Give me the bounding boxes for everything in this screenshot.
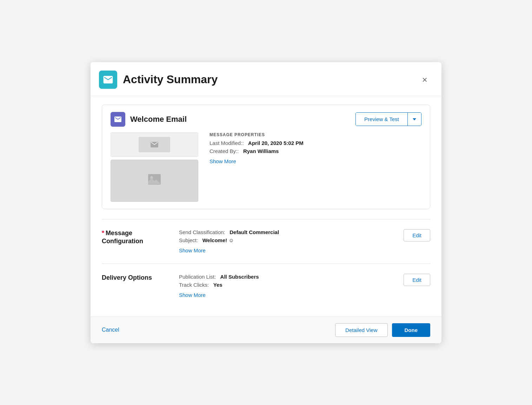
- send-classification-key: Send Classification:: [179, 229, 225, 235]
- delivery-options-show-more[interactable]: Show More: [179, 292, 206, 298]
- preview-test-button[interactable]: Preview & Test: [356, 113, 407, 126]
- created-by-row: Created By:: Ryan Williams: [210, 148, 421, 154]
- image-placeholder-icon: [148, 174, 161, 187]
- modal-title: Activity Summary: [123, 73, 218, 86]
- modal-body: Welcome Email Preview & Test: [91, 96, 441, 317]
- email-name: Welcome Email: [130, 115, 187, 124]
- email-envelope-icon: [111, 112, 125, 127]
- detailed-view-button[interactable]: Detailed View: [335, 323, 387, 337]
- message-properties-show-more[interactable]: Show More: [210, 158, 236, 164]
- message-configuration-label-area: *Message Configuration: [102, 229, 172, 246]
- thumb-top-inner: [139, 137, 170, 152]
- created-by-value: Ryan Williams: [243, 148, 279, 154]
- delivery-options-label-area: Delivery Options: [102, 274, 172, 282]
- message-configuration-section: *Message Configuration Send Classificati…: [102, 219, 430, 264]
- activity-summary-icon: [99, 71, 117, 89]
- subject-value: Welcome! ☺: [202, 237, 234, 243]
- subject-key: Subject:: [179, 237, 198, 243]
- message-configuration-show-more[interactable]: Show More: [179, 247, 206, 253]
- done-button[interactable]: Done: [392, 323, 431, 337]
- email-content: MESSAGE PROPERTIES Last Modified:: April…: [111, 132, 421, 202]
- close-button[interactable]: ×: [419, 74, 430, 86]
- email-card: Welcome Email Preview & Test: [102, 105, 430, 209]
- subject-row: Subject: Welcome! ☺: [179, 237, 388, 243]
- last-modified-value: April 20, 2020 5:02 PM: [248, 140, 304, 146]
- track-clicks-value: Yes: [213, 282, 222, 288]
- message-properties-label: MESSAGE PROPERTIES: [210, 132, 421, 137]
- delivery-options-edit-button[interactable]: Edit: [404, 274, 430, 286]
- email-title-row: Welcome Email: [111, 112, 187, 127]
- delivery-options-label: Delivery Options: [102, 274, 172, 282]
- footer-right-buttons: Detailed View Done: [335, 323, 430, 337]
- email-card-header: Welcome Email Preview & Test: [111, 112, 421, 127]
- publication-list-key: Publication List:: [179, 274, 216, 280]
- publication-list-value: All Subscribers: [220, 274, 259, 280]
- send-classification-row: Send Classification: Default Commercial: [179, 229, 388, 235]
- track-clicks-key: Track Clicks:: [179, 282, 209, 288]
- modal-footer: Cancel Detailed View Done: [91, 317, 441, 343]
- last-modified-row: Last Modified:: April 20, 2020 5:02 PM: [210, 140, 421, 146]
- message-configuration-details: Send Classification: Default Commercial …: [172, 229, 395, 254]
- send-classification-value: Default Commercial: [230, 229, 279, 235]
- header-left: Activity Summary: [99, 71, 218, 89]
- delivery-options-details: Publication List: All Subscribers Track …: [172, 274, 395, 298]
- message-configuration-edit-button[interactable]: Edit: [404, 229, 430, 241]
- message-configuration-label: *Message Configuration: [102, 229, 172, 246]
- required-asterisk: *: [102, 230, 104, 237]
- activity-summary-modal: Activity Summary × Welcome Email Preview…: [91, 62, 441, 343]
- cancel-button[interactable]: Cancel: [102, 327, 119, 333]
- modal-header: Activity Summary ×: [91, 62, 441, 96]
- preview-test-dropdown-button[interactable]: [407, 113, 421, 126]
- publication-list-row: Publication List: All Subscribers: [179, 274, 388, 280]
- delivery-options-edit-area: Edit: [395, 274, 430, 286]
- track-clicks-row: Track Clicks: Yes: [179, 282, 388, 288]
- preview-test-button-group: Preview & Test: [355, 112, 421, 126]
- created-by-key: Created By::: [210, 148, 239, 154]
- email-properties: MESSAGE PROPERTIES Last Modified:: April…: [210, 132, 421, 202]
- email-thumbnail: [111, 132, 198, 202]
- thumb-top: [111, 132, 198, 157]
- message-configuration-edit-area: Edit: [395, 229, 430, 241]
- delivery-options-section: Delivery Options Publication List: All S…: [102, 264, 430, 308]
- last-modified-key: Last Modified::: [210, 140, 244, 146]
- thumb-bottom: [111, 160, 198, 202]
